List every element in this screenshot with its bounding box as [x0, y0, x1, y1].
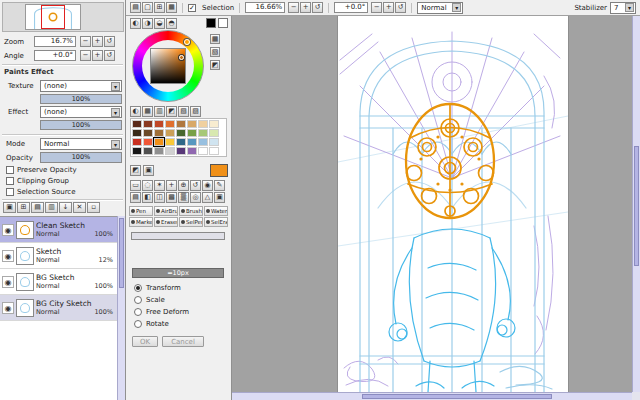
palette-add-icon[interactable]: ◩ [130, 165, 141, 176]
navigator-view-rect[interactable] [41, 5, 65, 29]
color-swatch[interactable] [209, 129, 219, 137]
color-panel-icon-0[interactable]: ◐ [130, 18, 141, 29]
layer-toolbar-icon-6[interactable]: ▫ [87, 202, 100, 213]
selection-source-checkbox[interactable]: Selection Source [6, 188, 76, 196]
nav-angle-button-0[interactable]: − [80, 50, 91, 61]
tool-button-13[interactable]: ◎ [190, 192, 201, 203]
brush-eraser[interactable]: Eraser [154, 217, 178, 227]
color-swatch[interactable] [143, 138, 153, 146]
layer-toolbar-icon-4[interactable]: ↓ [59, 202, 72, 213]
tool-button-11[interactable]: ▩ [166, 192, 177, 203]
visibility-eye-icon[interactable]: ◉ [2, 302, 14, 314]
effect-dropdown[interactable]: (none) ▾ [40, 106, 122, 118]
zoom-button-1[interactable]: + [300, 2, 311, 13]
palette-icon-1[interactable]: ▦ [142, 106, 153, 117]
color-swatch[interactable] [154, 129, 164, 137]
tool-button-8[interactable]: ▤ [130, 192, 141, 203]
layer-list-scrollbar[interactable] [117, 216, 125, 400]
color-swatch[interactable] [154, 138, 164, 146]
zoom-button-0[interactable]: − [288, 2, 299, 13]
angle-button-2[interactable]: ↺ [395, 2, 406, 13]
canvas-vertical-scrollbar[interactable] [632, 16, 640, 392]
tool-button-2[interactable]: ✶ [154, 180, 165, 191]
color-swatch[interactable] [187, 147, 197, 155]
color-panel-icon-2[interactable]: ◒ [154, 18, 165, 29]
color-swatch[interactable] [154, 120, 164, 128]
color-panel-icon-1[interactable]: ◑ [142, 18, 153, 29]
toolbar-icon-0[interactable]: ▤ [130, 2, 141, 13]
color-swatch[interactable] [143, 120, 153, 128]
blend-mode-dropdown[interactable]: Normal ▾ [417, 2, 463, 14]
clipping-group-checkbox[interactable]: Clipping Group [6, 177, 69, 185]
scrollbar-thumb[interactable] [362, 394, 552, 399]
brush-marker[interactable]: Marker [129, 217, 153, 227]
texture-strength-slider[interactable]: 100% [40, 94, 122, 104]
palette-grid-icon[interactable]: ▣ [143, 165, 154, 176]
drag-detection-slider[interactable]: =10px [132, 268, 224, 278]
black-color-chip[interactable] [206, 18, 216, 28]
color-swatch[interactable] [209, 138, 219, 146]
color-swatch[interactable] [187, 120, 197, 128]
canvas-page[interactable] [338, 16, 568, 392]
saturation-value-square[interactable] [150, 48, 186, 84]
selection-checkbox[interactable] [188, 4, 196, 12]
tool-button-4[interactable]: ⊕ [178, 180, 189, 191]
color-swatch[interactable] [132, 138, 142, 146]
color-swatch[interactable] [165, 129, 175, 137]
color-swatch[interactable] [176, 147, 186, 155]
color-swatch[interactable] [176, 129, 186, 137]
stabilizer-dropdown[interactable]: 7 ▾ [610, 2, 636, 14]
layer-row-3[interactable]: ◉BG City SketchNormal100% [0, 295, 117, 321]
color-swatch[interactable] [165, 147, 175, 155]
transform-mode-transform[interactable]: Transform [134, 282, 189, 293]
tool-button-12[interactable]: ▒ [178, 192, 189, 203]
color-swatch[interactable] [187, 129, 197, 137]
angle-button-0[interactable]: − [371, 2, 382, 13]
color-wheel[interactable] [132, 30, 204, 102]
tool-button-3[interactable]: + [166, 180, 177, 191]
tool-button-1[interactable]: ◌ [142, 180, 153, 191]
cancel-button[interactable]: Cancel [162, 336, 204, 347]
color-swatch[interactable] [209, 120, 219, 128]
color-swatch[interactable] [198, 129, 208, 137]
tool-button-15[interactable]: ▣ [214, 192, 225, 203]
palette-icon-3[interactable]: ◩ [166, 106, 177, 117]
color-swatch[interactable] [176, 138, 186, 146]
navigator-preview[interactable] [2, 2, 124, 32]
brush-brush[interactable]: Brush [179, 206, 203, 216]
wheel-side-icon-1[interactable]: ▧ [210, 47, 220, 57]
palette-icon-4[interactable]: ▧ [178, 106, 189, 117]
nav-zoom-button-2[interactable]: ↺ [104, 36, 115, 47]
color-swatch[interactable] [198, 120, 208, 128]
color-panel-icon-3[interactable]: ◓ [166, 18, 177, 29]
white-color-chip[interactable] [218, 18, 228, 28]
toolbar-icon-1[interactable]: ▢ [142, 2, 153, 13]
tool-button-7[interactable]: ✎ [214, 180, 225, 191]
current-color-swatch[interactable] [210, 164, 228, 177]
preserve-opacity-checkbox[interactable]: Preserve Opacity [6, 166, 77, 174]
opacity-slider[interactable]: 100% [40, 152, 122, 163]
layer-toolbar-icon-3[interactable]: ▥ [45, 202, 58, 213]
color-swatch[interactable] [132, 120, 142, 128]
color-swatch[interactable] [209, 147, 219, 155]
layer-row-0[interactable]: ◉Clean SketchNormal100% [0, 217, 117, 243]
wheel-side-icon-0[interactable]: ▦ [210, 34, 220, 44]
palette-icon-5[interactable]: ▨ [190, 106, 201, 117]
layer-mode-dropdown[interactable]: Normal ▾ [40, 138, 122, 150]
color-swatch[interactable] [132, 129, 142, 137]
zoom-button-2[interactable]: ↺ [312, 2, 323, 13]
toolbar-icon-2[interactable]: ⊞ [154, 2, 165, 13]
layer-toolbar-icon-1[interactable]: ⊞ [17, 202, 30, 213]
color-swatch[interactable] [176, 120, 186, 128]
color-swatch[interactable] [143, 147, 153, 155]
angle-button-1[interactable]: + [383, 2, 394, 13]
hue-marker[interactable] [184, 39, 190, 45]
canvas-horizontal-scrollbar[interactable] [232, 392, 632, 400]
visibility-eye-icon[interactable]: ◉ [2, 224, 14, 236]
brush-airbrush[interactable]: AirBrush [154, 206, 178, 216]
palette-icon-0[interactable]: ◐ [130, 106, 141, 117]
visibility-eye-icon[interactable]: ◉ [2, 276, 14, 288]
brush-pen[interactable]: Pen [129, 206, 153, 216]
color-swatch[interactable] [154, 147, 164, 155]
brush-water[interactable]: Water [204, 206, 228, 216]
